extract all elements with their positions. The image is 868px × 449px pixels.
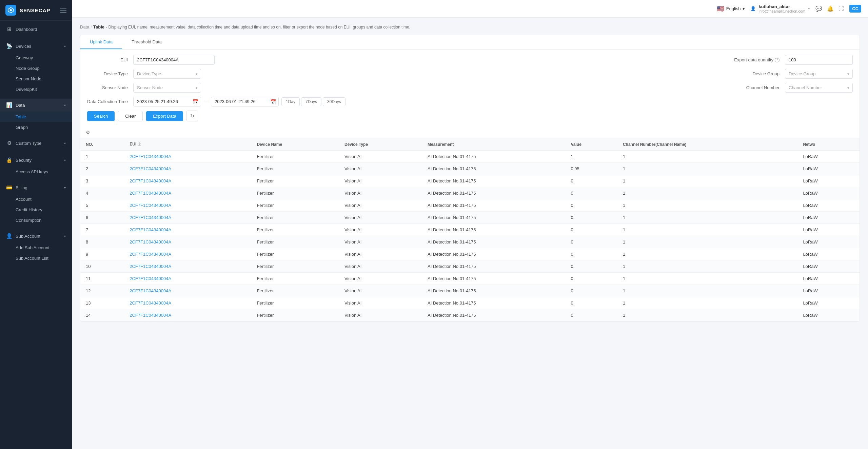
cell-value: 1 [565, 151, 617, 163]
export-info-icon[interactable]: ? [775, 58, 780, 62]
cell-eui[interactable]: 2CF7F1C04340004A [124, 163, 251, 175]
eui-link[interactable]: 2CF7F1C04340004A [130, 203, 171, 208]
eui-link[interactable]: 2CF7F1C04340004A [130, 227, 171, 232]
cell-measurement: AI Detection No.01-4175 [422, 248, 565, 260]
search-button[interactable]: Search [87, 111, 115, 121]
cell-eui[interactable]: 2CF7F1C04340004A [124, 187, 251, 199]
eui-input[interactable] [133, 55, 215, 65]
sidebar-subitem-add-sub-account[interactable]: Add Sub Account [0, 242, 72, 253]
table-settings-button[interactable]: ⚙ [86, 130, 90, 135]
quick-btn-7days[interactable]: 7Days [301, 97, 321, 106]
date-end-input[interactable] [211, 97, 279, 106]
cell-eui[interactable]: 2CF7F1C04340004A [124, 212, 251, 224]
cell-eui[interactable]: 2CF7F1C04340004A [124, 297, 251, 309]
topbar-right: 🇺🇸 English ▾ 👤 kutluhan_aktar info@theam… [717, 4, 861, 13]
channel-number-select[interactable]: Channel Number [785, 83, 853, 93]
eui-link[interactable]: 2CF7F1C04340004A [130, 191, 171, 196]
tab-threshold-data[interactable]: Threshold Data [122, 35, 171, 49]
quick-btn-1day[interactable]: 1Day [281, 97, 300, 106]
eui-link[interactable]: 2CF7F1C04340004A [130, 154, 171, 159]
sidebar-subitem-sensor-node[interactable]: Sensor Node [0, 74, 72, 84]
sidebar-subitem-table[interactable]: Table [0, 112, 72, 122]
cell-eui[interactable]: 2CF7F1C04340004A [124, 151, 251, 163]
notification-icon[interactable]: 🔔 [827, 5, 834, 12]
export-button[interactable]: Export Data [146, 111, 183, 121]
cell-value: 0 [565, 285, 617, 297]
sidebar-subitem-gateway[interactable]: Gateway [0, 53, 72, 63]
cell-measurement: AI Detection No.01-4175 [422, 297, 565, 309]
cell-channel: 1 [617, 285, 797, 297]
cell-no: 8 [80, 236, 124, 248]
col-no: NO. [80, 138, 124, 151]
cell-measurement: AI Detection No.01-4175 [422, 175, 565, 187]
clear-button[interactable]: Clear [118, 111, 143, 121]
eui-link[interactable]: 2CF7F1C04340004A [130, 276, 171, 281]
sidebar-item-sub-account[interactable]: 👤 Sub Account ▾ [0, 230, 72, 242]
cell-eui[interactable]: 2CF7F1C04340004A [124, 273, 251, 285]
col-value: Value [565, 138, 617, 151]
cell-no: 4 [80, 187, 124, 199]
cell-network: LoRaW [797, 175, 860, 187]
date-start-input[interactable] [133, 97, 201, 106]
sidebar-item-dashboard[interactable]: ⊞ Dashboard [0, 23, 72, 36]
nav-section-security: 🔒 Security ▾ Access API keys [0, 152, 72, 179]
cell-network: LoRaW [797, 309, 860, 321]
cell-eui[interactable]: 2CF7F1C04340004A [124, 285, 251, 297]
table-row: 122CF7F1C04340004AFertilizerVision AIAI … [80, 285, 860, 297]
eui-link[interactable]: 2CF7F1C04340004A [130, 264, 171, 269]
fullscreen-icon[interactable]: ⛶ [839, 6, 844, 12]
sidebar-subitem-graph[interactable]: Graph [0, 122, 72, 133]
cell-no: 9 [80, 248, 124, 260]
sidebar-item-label-devices: Devices [16, 44, 61, 49]
cell-eui[interactable]: 2CF7F1C04340004A [124, 248, 251, 260]
cell-eui[interactable]: 2CF7F1C04340004A [124, 199, 251, 212]
tab-uplink-data[interactable]: Uplink Data [80, 35, 122, 49]
refresh-button[interactable]: ↻ [186, 111, 198, 121]
cell-channel: 1 [617, 199, 797, 212]
sidebar-subitem-developkit[interactable]: DevelopKit [0, 84, 72, 95]
eui-link[interactable]: 2CF7F1C04340004A [130, 252, 171, 257]
sidebar-subitem-consumption[interactable]: Consumption [0, 215, 72, 226]
eui-link[interactable]: 2CF7F1C04340004A [130, 166, 171, 171]
cell-eui[interactable]: 2CF7F1C04340004A [124, 224, 251, 236]
eui-link[interactable]: 2CF7F1C04340004A [130, 288, 171, 293]
quick-btn-30days[interactable]: 30Days [323, 97, 346, 106]
eui-link[interactable]: 2CF7F1C04340004A [130, 300, 171, 306]
tab-uplink-label: Uplink Data [90, 39, 113, 44]
sidebar-item-security[interactable]: 🔒 Security ▾ [0, 154, 72, 167]
device-type-select[interactable]: Device Type [133, 69, 201, 79]
sidebar-item-custom-type[interactable]: ⚙ Custom Type ▾ [0, 137, 72, 150]
dashboard-icon: ⊞ [6, 26, 12, 32]
sidebar-item-billing[interactable]: 💳 Billing ▾ [0, 181, 72, 194]
cell-value: 0 [565, 260, 617, 273]
cell-eui[interactable]: 2CF7F1C04340004A [124, 260, 251, 273]
sidebar-item-devices[interactable]: 📡 Devices ▾ [0, 40, 72, 53]
language-selector[interactable]: 🇺🇸 English ▾ [717, 5, 745, 13]
device-group-select[interactable]: Device Group [785, 69, 853, 79]
sidebar-subitem-sub-account-list[interactable]: Sub Account List [0, 253, 72, 263]
cell-eui[interactable]: 2CF7F1C04340004A [124, 236, 251, 248]
hamburger-button[interactable] [60, 8, 66, 13]
sidebar-item-data[interactable]: 📊 Data ▾ [0, 99, 72, 112]
cell-eui[interactable]: 2CF7F1C04340004A [124, 175, 251, 187]
device-group-wrapper: Device Group [785, 69, 853, 79]
eui-link[interactable]: 2CF7F1C04340004A [130, 178, 171, 183]
cell-eui[interactable]: 2CF7F1C04340004A [124, 309, 251, 321]
filter-area: EUI Export data quantity ? Device Type D… [80, 50, 860, 127]
sidebar-subitem-credit-history[interactable]: Credit History [0, 204, 72, 215]
sidebar-subitem-label-sub-account-list: Sub Account List [16, 256, 48, 261]
message-icon[interactable]: 💬 [815, 5, 822, 12]
sidebar-subitem-api-keys[interactable]: Access API keys [0, 167, 72, 177]
cell-value: 0 [565, 175, 617, 187]
sidebar-subitem-account[interactable]: Account [0, 194, 72, 204]
data-icon: 📊 [6, 102, 12, 108]
eui-link[interactable]: 2CF7F1C04340004A [130, 239, 171, 245]
sensor-node-select[interactable]: Sensor Node [133, 83, 201, 93]
cell-channel: 1 [617, 273, 797, 285]
eui-link[interactable]: 2CF7F1C04340004A [130, 313, 171, 318]
sidebar-subitem-node-group[interactable]: Node Group [0, 63, 72, 74]
export-quantity-input[interactable] [785, 55, 853, 65]
eui-link[interactable]: 2CF7F1C04340004A [130, 215, 171, 220]
language-chevron-icon: ▾ [743, 6, 745, 11]
cell-network: LoRaW [797, 163, 860, 175]
